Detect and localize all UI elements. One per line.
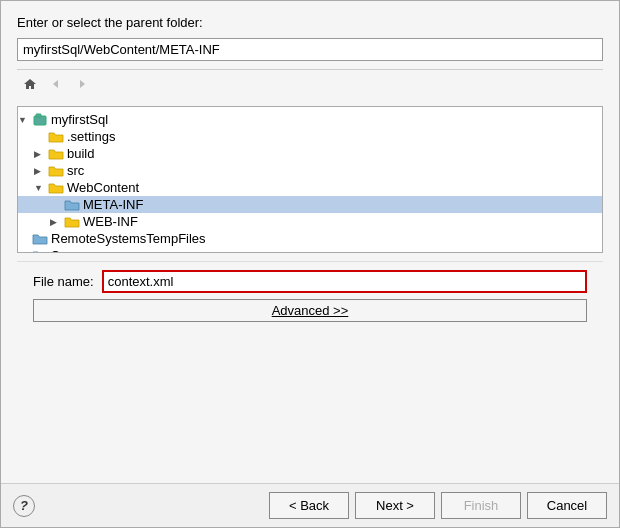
footer-left: ? bbox=[13, 495, 35, 517]
home-button[interactable] bbox=[19, 73, 41, 95]
filename-label: File name: bbox=[33, 274, 94, 289]
arrow-servers: ▶ bbox=[18, 251, 32, 254]
path-input[interactable] bbox=[17, 38, 603, 61]
dialog-footer: ? < Back Next > Finish Cancel bbox=[1, 483, 619, 527]
folder-icon-web-inf bbox=[64, 215, 80, 229]
forward-button[interactable] bbox=[71, 73, 93, 95]
folder-icon-remotesystems bbox=[32, 232, 48, 246]
arrow-webcontent: ▼ bbox=[34, 183, 48, 193]
arrow-src: ▶ bbox=[34, 166, 48, 176]
label-myfirstsql: myfirstSql bbox=[51, 112, 108, 127]
tree-item-build[interactable]: ▶ build bbox=[18, 145, 602, 162]
tree-item-myfirstsql[interactable]: ▼ myfirstSql bbox=[18, 111, 602, 128]
bottom-area: File name: Advanced >> bbox=[17, 261, 603, 328]
project-icon bbox=[32, 113, 48, 127]
svg-rect-1 bbox=[36, 114, 41, 117]
tree-item-src[interactable]: ▶ src bbox=[18, 162, 602, 179]
label-build: build bbox=[67, 146, 94, 161]
cancel-button[interactable]: Cancel bbox=[527, 492, 607, 519]
tree-item-web-inf[interactable]: ▶ WEB-INF bbox=[18, 213, 602, 230]
help-icon[interactable]: ? bbox=[13, 495, 35, 517]
next-button[interactable]: Next > bbox=[355, 492, 435, 519]
arrow-build: ▶ bbox=[34, 149, 48, 159]
tree-item-webcontent[interactable]: ▼ WebContent bbox=[18, 179, 602, 196]
back-nav-button[interactable]: < Back bbox=[269, 492, 349, 519]
folder-icon-build bbox=[48, 147, 64, 161]
label-servers: Servers bbox=[51, 248, 96, 253]
tree-item-settings[interactable]: .settings bbox=[18, 128, 602, 145]
spacer-area bbox=[17, 336, 603, 473]
label-settings: .settings bbox=[67, 129, 115, 144]
folder-icon-meta-inf bbox=[64, 198, 80, 212]
arrow-web-inf: ▶ bbox=[50, 217, 64, 227]
dialog-body: Enter or select the parent folder: bbox=[1, 1, 619, 483]
folder-icon-servers bbox=[32, 249, 48, 254]
label-webcontent: WebContent bbox=[67, 180, 139, 195]
filename-row: File name: bbox=[33, 270, 587, 293]
tree-toolbar bbox=[17, 69, 603, 98]
tree-item-servers[interactable]: ▶ Servers bbox=[18, 247, 602, 253]
finish-button[interactable]: Finish bbox=[441, 492, 521, 519]
label-meta-inf: META-INF bbox=[83, 197, 143, 212]
footer-right: < Back Next > Finish Cancel bbox=[269, 492, 607, 519]
advanced-button[interactable]: Advanced >> bbox=[33, 299, 587, 322]
tree-panel[interactable]: ▼ myfirstSql .settings bbox=[17, 106, 603, 253]
folder-icon-webcontent bbox=[48, 181, 64, 195]
tree-item-meta-inf[interactable]: META-INF bbox=[18, 196, 602, 213]
label-src: src bbox=[67, 163, 84, 178]
prompt-label: Enter or select the parent folder: bbox=[17, 15, 603, 30]
folder-icon-settings bbox=[48, 130, 64, 144]
folder-icon-src bbox=[48, 164, 64, 178]
tree-item-remotesystems[interactable]: RemoteSystemsTempFiles bbox=[18, 230, 602, 247]
back-button[interactable] bbox=[45, 73, 67, 95]
label-remotesystems: RemoteSystemsTempFiles bbox=[51, 231, 206, 246]
filename-input[interactable] bbox=[102, 270, 587, 293]
dialog: Enter or select the parent folder: bbox=[0, 0, 620, 528]
label-web-inf: WEB-INF bbox=[83, 214, 138, 229]
arrow-myfirstsql: ▼ bbox=[18, 115, 32, 125]
